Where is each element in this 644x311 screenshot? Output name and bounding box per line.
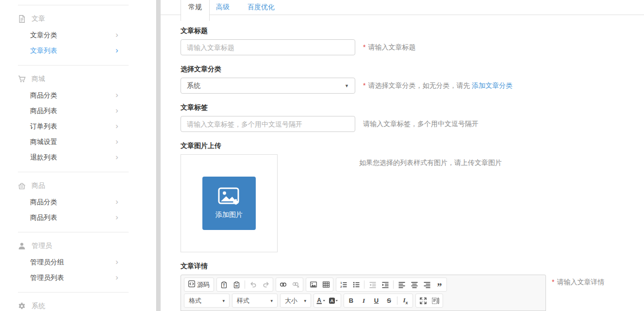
chevron-right-icon: › xyxy=(116,103,118,118)
sidebar-item[interactable]: 文章列表› xyxy=(0,43,156,58)
align-center-button[interactable] xyxy=(408,278,420,291)
svg-text:1: 1 xyxy=(340,281,342,284)
source-icon xyxy=(188,280,195,289)
show-blocks-button[interactable] xyxy=(429,295,442,307)
svg-text:W: W xyxy=(235,284,238,287)
image-button[interactable] xyxy=(307,278,319,291)
sidebar-section-label: 商品 xyxy=(32,181,45,190)
indent-icon xyxy=(382,281,389,288)
sidebar-item[interactable]: 商品分类› xyxy=(0,87,156,103)
chevron-right-icon: › xyxy=(116,194,118,210)
sidebar-item-label: 管理员列表 xyxy=(30,274,64,281)
strikethrough-button[interactable]: S xyxy=(383,295,395,307)
sidebar-item[interactable]: 管理员列表› xyxy=(0,270,156,285)
toolbar-separator xyxy=(245,280,245,289)
source-label: 源码 xyxy=(197,280,210,289)
sidebar-item[interactable]: 订单列表› xyxy=(0,118,156,134)
toolbar-group: BIUSIx xyxy=(344,294,413,308)
paste-text-button[interactable]: T xyxy=(218,278,230,291)
rich-text-editor: 源码TW12”格式▾样式▾大小▾AABIUSIx xyxy=(181,275,546,311)
caret-down-icon: ▾ xyxy=(270,298,273,303)
align-left-button[interactable] xyxy=(396,278,408,291)
source-button[interactable]: 源码 xyxy=(185,278,213,291)
maximize-button[interactable] xyxy=(417,295,429,307)
sidebar-item[interactable]: 商品分类› xyxy=(0,194,156,210)
chevron-right-icon: › xyxy=(116,210,118,225)
redo-icon xyxy=(263,281,269,288)
remove-format-button[interactable]: Ix xyxy=(399,295,412,307)
sidebar-scrollbar[interactable] xyxy=(156,0,161,311)
image-field-row: 文章图片上传 添加图片 如果您选择的列表样式有图片，请上传文章图片 xyxy=(181,142,644,252)
sidebar-item-label: 商品列表 xyxy=(30,107,57,115)
bg-color-button[interactable]: A xyxy=(328,295,340,307)
sidebar-item[interactable]: 管理员分组› xyxy=(0,254,156,270)
redo-button[interactable] xyxy=(260,278,272,291)
link-button[interactable] xyxy=(277,278,289,291)
image-label: 文章图片上传 xyxy=(181,142,644,150)
sidebar-section-0[interactable]: 文章 xyxy=(0,5,156,27)
tab-baidu-seo[interactable]: 百度优化 xyxy=(248,3,275,12)
sidebar: 文章文章分类›文章列表›商城商品分类›商品列表›订单列表›商城设置›退款列表›商… xyxy=(0,0,156,311)
tags-label: 文章标签 xyxy=(181,103,644,112)
align-right-button[interactable] xyxy=(421,278,433,291)
undo-button[interactable] xyxy=(247,278,259,291)
svg-text:A: A xyxy=(317,297,321,304)
sidebar-section-2[interactable]: 商品 xyxy=(0,172,156,194)
format-dropdown-label: 格式 xyxy=(189,296,201,305)
paste-word-button[interactable]: W xyxy=(231,278,243,291)
toolbar-group xyxy=(276,278,303,292)
format-dropdown[interactable]: 格式▾ xyxy=(185,295,228,307)
outdent-button[interactable] xyxy=(366,278,379,291)
unlink-button[interactable] xyxy=(290,278,302,291)
blockquote-button[interactable]: ” xyxy=(433,278,446,291)
tab-general[interactable]: 常规 xyxy=(181,0,210,21)
table-button[interactable] xyxy=(320,278,332,291)
text-color-button[interactable]: A xyxy=(315,295,327,307)
toolbar-group: 格式▾ xyxy=(184,294,230,308)
size-dropdown-label: 大小 xyxy=(285,296,297,305)
underline-button[interactable]: U xyxy=(370,295,382,307)
editor-toolbar: 源码TW12”格式▾样式▾大小▾AABIUSIx xyxy=(181,275,545,311)
chevron-right-icon: › xyxy=(116,43,118,58)
bold-button[interactable]: B xyxy=(345,295,357,307)
toolbar-group: 源码 xyxy=(184,278,214,292)
remove-format-icon: Ix xyxy=(403,296,408,305)
category-label: 选择文章分类 xyxy=(181,65,644,74)
sidebar-item-label: 退款列表 xyxy=(30,153,57,161)
sidebar-item[interactable]: 商城设置› xyxy=(0,134,156,149)
strikethrough-icon: S xyxy=(387,297,391,304)
italic-button[interactable]: I xyxy=(358,295,370,307)
tags-field-row: 文章标签 请输入文章标签，多个用中文逗号隔开 xyxy=(181,103,644,132)
sidebar-section-4[interactable]: 系统 xyxy=(0,293,156,311)
indent-button[interactable] xyxy=(379,278,391,291)
image-upload-box[interactable]: 添加图片 xyxy=(181,154,278,252)
admin-user-icon xyxy=(18,242,26,250)
sidebar-item-label: 商品分类 xyxy=(30,91,57,99)
article-tags-input[interactable] xyxy=(181,116,355,132)
sidebar-section-3[interactable]: 管理员 xyxy=(0,232,156,254)
sidebar-item[interactable]: 商品列表› xyxy=(0,103,156,118)
style-dropdown[interactable]: 样式▾ xyxy=(233,295,276,307)
numbered-list-button[interactable]: 12 xyxy=(337,278,349,291)
sidebar-section-1[interactable]: 商城 xyxy=(0,65,156,87)
category-select[interactable]: 系统 ▼ xyxy=(181,78,355,94)
bg-color-icon: A xyxy=(329,297,338,304)
size-dropdown[interactable]: 大小▾ xyxy=(281,295,310,307)
required-asterisk: * xyxy=(363,43,365,51)
article-title-input[interactable] xyxy=(181,39,355,55)
sidebar-item[interactable]: 退款列表› xyxy=(0,149,156,165)
sidebar-item[interactable]: 文章分类› xyxy=(0,27,156,43)
align-center-icon xyxy=(411,281,418,288)
sidebar-item[interactable]: 商品列表› xyxy=(0,210,156,225)
bulleted-list-button[interactable] xyxy=(350,278,362,291)
align-right-icon xyxy=(424,281,430,288)
sidebar-item-label: 文章列表 xyxy=(30,47,57,54)
add-image-button[interactable]: 添加图片 xyxy=(202,177,256,230)
sidebar-item-label: 商品列表 xyxy=(30,213,57,221)
caret-down-icon: ▾ xyxy=(222,298,225,303)
tab-advanced[interactable]: 高级 xyxy=(216,3,230,12)
text-color-icon: A xyxy=(316,297,326,304)
chevron-right-icon: › xyxy=(116,254,118,270)
add-category-link[interactable]: 添加文章分类 xyxy=(472,82,512,89)
chevron-right-icon: › xyxy=(116,27,118,43)
